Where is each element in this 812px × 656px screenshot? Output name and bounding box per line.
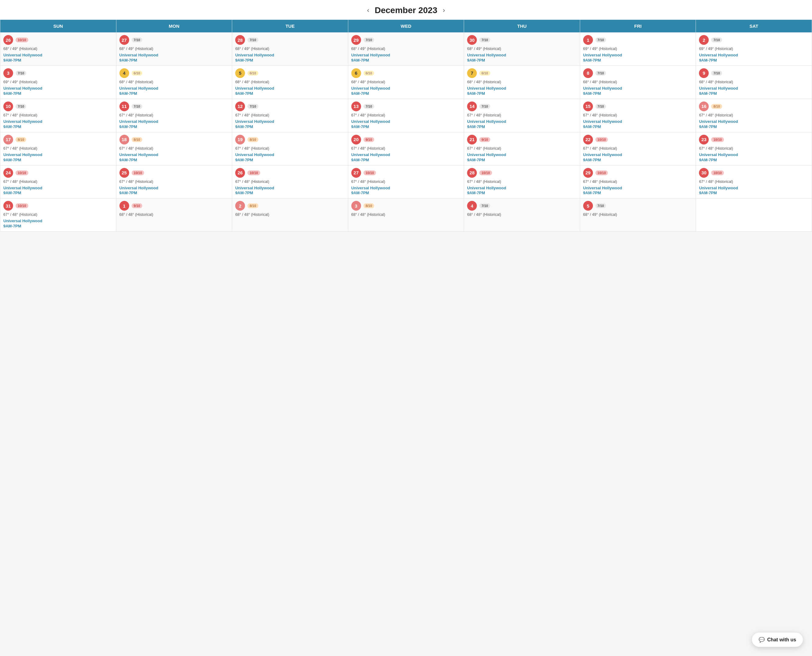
park-link[interactable]: Universal Hollywood [699,186,809,191]
crowd-badge: 7/10 [595,203,606,208]
park-link[interactable]: Universal Hollywood [351,86,461,91]
park-link[interactable]: Universal Hollywood [119,53,229,58]
day-number[interactable]: 31 [3,201,13,210]
park-link[interactable]: Universal Hollywood [351,119,461,124]
park-link[interactable]: Universal Hollywood [119,152,229,158]
next-month-button[interactable]: › [437,6,450,14]
day-number[interactable]: 6 [351,68,361,78]
day-number[interactable]: 27 [351,168,361,178]
calendar-table: SUNMONTUEWEDTHUFRISAT 2610/1068° / 49° (… [0,20,812,232]
park-link[interactable]: Universal Hollywood [583,86,693,91]
day-number[interactable]: 3 [3,68,13,78]
park-link[interactable]: Universal Hollywood [583,152,693,158]
day-number[interactable]: 2 [699,35,709,45]
day-number[interactable]: 20 [351,135,361,144]
day-number[interactable]: 10 [3,102,13,111]
day-cell: 168/1067° / 48° (Historical)Universal Ho… [696,99,812,132]
park-hours: 9AM-7PM [699,190,809,195]
park-link[interactable]: Universal Hollywood [583,186,693,191]
day-number[interactable]: 28 [235,35,245,45]
weather-info: 68° / 48° (Historical) [235,80,345,84]
day-number[interactable]: 4 [119,68,129,78]
day-header-thu: THU [464,20,580,32]
park-hours: 9AM-7PM [467,91,577,96]
park-link[interactable]: Universal Hollywood [467,86,577,91]
day-number[interactable]: 9 [699,68,709,78]
park-link[interactable]: Universal Hollywood [3,186,113,191]
park-link[interactable]: Universal Hollywood [583,53,693,58]
park-link[interactable]: Universal Hollywood [3,152,113,158]
crowd-badge: 9/10 [363,137,374,142]
park-link[interactable]: Universal Hollywood [235,53,345,58]
park-link[interactable]: Universal Hollywood [467,119,577,124]
park-link[interactable]: Universal Hollywood [119,186,229,191]
weather-info: 69° / 49° (Historical) [3,80,113,84]
day-number[interactable]: 3 [351,201,361,210]
day-number[interactable]: 12 [235,102,245,111]
park-link[interactable]: Universal Hollywood [699,152,809,158]
crowd-badge: 10/10 [132,170,144,175]
park-link[interactable]: Universal Hollywood [583,119,693,124]
park-link[interactable]: Universal Hollywood [3,218,113,224]
park-link[interactable]: Universal Hollywood [235,152,345,158]
day-number[interactable]: 22 [583,135,593,144]
park-hours: 9AM-7PM [3,58,113,62]
day-number[interactable]: 13 [351,102,361,111]
weather-info: 67° / 48° (Historical) [119,113,229,118]
day-number[interactable]: 17 [3,135,13,144]
day-number[interactable]: 5 [583,201,593,210]
day-number[interactable]: 26 [235,168,245,178]
crowd-badge: 7/10 [132,37,142,42]
day-number[interactable]: 18 [119,135,129,144]
day-number[interactable]: 11 [119,102,129,111]
park-hours: 9AM-7PM [467,190,577,195]
park-link[interactable]: Universal Hollywood [351,152,461,158]
day-number[interactable]: 27 [119,35,129,45]
day-number[interactable]: 30 [699,168,709,178]
day-number-row: 17/10 [583,35,693,45]
park-link[interactable]: Universal Hollywood [467,152,577,158]
park-link[interactable]: Universal Hollywood [351,53,461,58]
day-number[interactable]: 5 [235,68,245,78]
park-link[interactable]: Universal Hollywood [235,186,345,191]
day-number[interactable]: 4 [467,201,477,210]
park-link[interactable]: Universal Hollywood [467,186,577,191]
park-link[interactable]: Universal Hollywood [699,86,809,91]
day-number[interactable]: 16 [699,102,709,111]
day-number[interactable]: 28 [467,168,477,178]
park-link[interactable]: Universal Hollywood [467,53,577,58]
day-number[interactable]: 23 [699,135,709,144]
park-link[interactable]: Universal Hollywood [119,119,229,124]
day-number[interactable]: 1 [583,35,593,45]
day-number[interactable]: 21 [467,135,477,144]
park-hours: 9AM-7PM [235,58,345,62]
day-number[interactable]: 30 [467,35,477,45]
park-link[interactable]: Universal Hollywood [3,119,113,124]
day-number[interactable]: 15 [583,102,593,111]
day-number[interactable]: 24 [3,168,13,178]
day-cell: 307/1068° / 49° (Historical)Universal Ho… [464,32,580,66]
park-link[interactable]: Universal Hollywood [699,53,809,58]
day-number[interactable]: 14 [467,102,477,111]
park-link[interactable]: Universal Hollywood [3,53,113,58]
park-link[interactable]: Universal Hollywood [119,86,229,91]
day-number[interactable]: 19 [235,135,245,144]
park-link[interactable]: Universal Hollywood [235,119,345,124]
day-number[interactable]: 26 [3,35,13,45]
park-link[interactable]: Universal Hollywood [3,86,113,91]
day-number[interactable]: 2 [235,201,245,210]
weather-info: 67° / 48° (Historical) [583,179,693,184]
day-number-row: 157/10 [583,102,693,111]
park-link[interactable]: Universal Hollywood [351,186,461,191]
day-number[interactable]: 8 [583,68,593,78]
day-number[interactable]: 25 [119,168,129,178]
day-number[interactable]: 1 [119,201,129,210]
prev-month-button[interactable]: ‹ [361,6,375,14]
park-link[interactable]: Universal Hollywood [699,119,809,124]
day-cell: 56/1068° / 48° (Historical)Universal Hol… [232,65,348,99]
day-number[interactable]: 29 [583,168,593,178]
crowd-badge: 10/10 [595,170,608,175]
day-number[interactable]: 7 [467,68,477,78]
park-link[interactable]: Universal Hollywood [235,86,345,91]
day-number[interactable]: 29 [351,35,361,45]
